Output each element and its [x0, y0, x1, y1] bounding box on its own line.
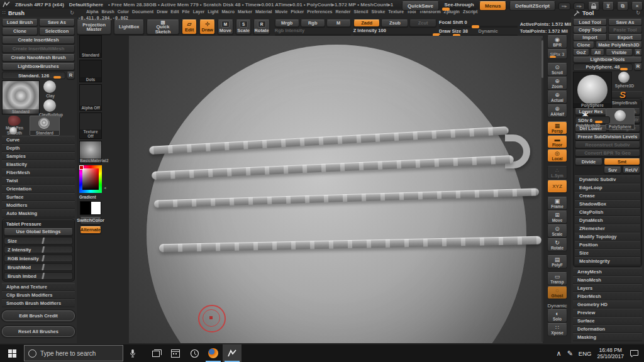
menu-item[interactable]: Movie [275, 9, 287, 14]
brush-inventory-slider[interactable]: Standard. 126 [2, 72, 65, 79]
menu-item[interactable]: Light [208, 9, 218, 14]
quicksave-button[interactable]: QuickSave [402, 1, 439, 11]
tool-subpalette[interactable]: NanoMesh [573, 276, 642, 284]
brush-subpalette[interactable]: Auto Masking [2, 209, 75, 217]
current-alpha-thumbnail[interactable]: Alpha Off [79, 84, 102, 111]
tool-subpalette[interactable]: Surface [573, 317, 642, 325]
goz-all-button[interactable]: All [591, 49, 604, 56]
brush-palette-header[interactable]: ∷ Brush ↻ [0, 9, 77, 17]
saturation-value-square[interactable] [82, 168, 99, 190]
ghost-button[interactable]: ◌Ghost [547, 286, 567, 299]
scale-button[interactable]: S Scale [236, 19, 252, 35]
layout-switch-right[interactable]: ▪▪▸ [574, 3, 585, 10]
create-insertmesh-button[interactable]: Create InsertMesh [2, 36, 75, 44]
clone-brush-button[interactable]: Clone [2, 28, 38, 35]
tool-subpalette[interactable]: Masking [573, 333, 642, 341]
move-button[interactable]: M Move [218, 19, 233, 35]
geometry-subsection[interactable]: ClayPolish [575, 208, 640, 216]
tool-subpalette[interactable]: Layers [573, 284, 642, 292]
brush-subpalette[interactable]: FiberMesh [2, 168, 75, 177]
alternate-button[interactable]: Alternate [80, 226, 101, 234]
tool-inventory-slider[interactable]: PolySphere. 48 [573, 63, 633, 71]
projection-master-button[interactable]: Projection Master [77, 19, 111, 35]
current-stroke-thumbnail[interactable]: Dots [79, 60, 102, 82]
zcut-button[interactable]: Zcut [409, 19, 436, 27]
menu-item[interactable]: Edit [170, 9, 179, 14]
tool-subpalette[interactable]: Geometry HD [573, 300, 642, 309]
draw-button[interactable]: ⊹ Draw [199, 19, 215, 35]
menu-item[interactable]: Render [335, 9, 350, 14]
pressure-curve-slider[interactable]: RGB Intensity [4, 255, 73, 262]
geometry-subsection[interactable]: ShadowBox [575, 200, 640, 208]
load-tool-button[interactable]: Load Tool [573, 19, 607, 26]
default-zscript-button[interactable]: DefaultZScript [509, 1, 555, 11]
alarms-clock-app-icon[interactable] [185, 344, 204, 362]
language-indicator[interactable]: ENG [579, 350, 592, 357]
brush-subpalette[interactable]: Modifiers [2, 201, 75, 209]
create-nanomesh-brush-button[interactable]: Create NanoMesh Brush [2, 54, 75, 62]
tool-subpalette[interactable]: Deformation [573, 325, 642, 333]
transp-button[interactable]: ▭Transp [547, 272, 567, 285]
slider-handle[interactable] [472, 25, 479, 28]
brush-thumb-clay[interactable] [43, 80, 56, 93]
layout-switch-left[interactable]: ▪▪▸ [558, 3, 570, 10]
reconstruct-subdiv-button[interactable]: Reconstruct Subdiv [575, 141, 640, 148]
brush-subpalette[interactable]: Orientation [2, 185, 75, 193]
make-polymesh3d-button[interactable]: Make PolyMesh3D [596, 41, 642, 48]
switch-color-button[interactable]: SwitchColor [80, 217, 101, 224]
lsym-button[interactable]: ∴L.Sym [547, 166, 567, 179]
zoom-button[interactable]: ⊕Zoom [547, 77, 567, 90]
geometry-subsection[interactable]: DynaMesh [575, 216, 640, 224]
suv-button[interactable]: Suv [604, 167, 621, 173]
action-center-icon[interactable] [630, 349, 639, 358]
mrgb-button[interactable]: Mrgb [275, 19, 299, 27]
task-view-button[interactable] [147, 344, 166, 362]
copy-tool-button[interactable]: Copy Tool [573, 26, 607, 33]
menu-item[interactable]: Alpha [86, 9, 98, 14]
export-button[interactable]: Export [608, 34, 642, 41]
lock-button[interactable] [588, 2, 599, 11]
reset-all-brushes-button[interactable]: Reset All Brushes [2, 326, 75, 337]
lower-res-button[interactable]: Lower Res [575, 108, 607, 115]
use-global-settings-button[interactable]: Use Global Settings [4, 228, 73, 236]
firefox-app-icon[interactable] [204, 344, 223, 362]
geometry-subsection[interactable]: ZRemesher [575, 224, 640, 233]
brush-subpalette[interactable]: Alpha and Texture [2, 283, 75, 291]
brush-subpalette[interactable]: Surface [2, 193, 75, 201]
see-through-handle[interactable] [442, 8, 450, 11]
minimize-button[interactable]: ⊻ [602, 2, 614, 11]
color-picker[interactable] [79, 165, 102, 193]
tool-subpalette[interactable]: Preview [573, 309, 642, 317]
main-color-swatch[interactable] [80, 201, 91, 215]
floor-button[interactable]: ▬Floor [547, 135, 567, 148]
clone-tool-button[interactable]: Clone [573, 41, 594, 48]
pressure-curve-slider[interactable]: Z Intensity [4, 246, 73, 253]
geometry-subsection[interactable]: Size [575, 249, 640, 257]
goz-button[interactable]: GoZ [573, 49, 589, 56]
close-button[interactable]: × [631, 2, 643, 11]
document-canvas[interactable] [129, 36, 543, 343]
lightbox-brushes-button[interactable]: Lightbox▸Brushes [2, 63, 75, 70]
geometry-subsection[interactable]: EdgeLoop [575, 184, 640, 192]
brush-reset-icon[interactable]: ↻ [70, 10, 74, 16]
brush-subpalette[interactable]: Clip Brush Modifiers [2, 291, 75, 299]
secondary-color-swatch[interactable] [91, 201, 101, 215]
tool-slider-r-button[interactable]: R [634, 63, 642, 70]
canvas-scrollbar[interactable] [541, 38, 543, 342]
focal-shift-slider[interactable]: Focal Shift 0 [439, 19, 518, 28]
save-as-button[interactable]: Save As [39, 19, 75, 26]
rotate-button[interactable]: R Rotate [253, 19, 269, 35]
goz-r-button[interactable]: R [634, 49, 642, 56]
pen-settings-icon[interactable]: ✎ [567, 349, 573, 358]
local-button[interactable]: ◎Local [547, 149, 567, 162]
scrollbar-thumb[interactable] [541, 40, 543, 78]
pressure-curve-slider[interactable]: Brush Imbed [4, 272, 73, 280]
dynamic-label[interactable]: Dynamic [547, 303, 567, 309]
see-through-slider[interactable]: See-through [442, 2, 476, 10]
xpose-button[interactable]: ∷Xpose [547, 323, 567, 336]
tray-divider-handle[interactable]: ◂ [104, 185, 106, 190]
menu-item[interactable]: Layer [193, 9, 205, 14]
geometry-subsection[interactable]: MeshIntegrity [575, 257, 640, 265]
show-hidden-icons-chevron[interactable]: ∧ [557, 349, 562, 358]
quick-sketch-button[interactable]: ▧ Quick Sketch [147, 19, 179, 35]
